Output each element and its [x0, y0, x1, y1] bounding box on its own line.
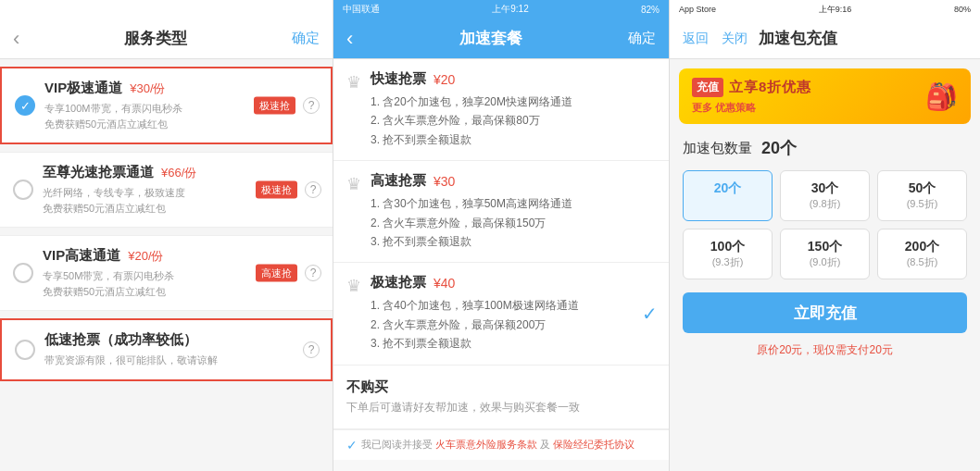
pkg-btn-4[interactable]: 150个 (9.0折): [780, 229, 870, 279]
no-buy-desc: 下单后可邀请好友帮加速，效果与购买套餐一致: [346, 400, 656, 415]
ticket-price-ultra: ¥40: [433, 276, 455, 291]
service-name-vip-high: VIP高速通道 ¥20/份: [43, 247, 320, 265]
pkg-btn-3[interactable]: 100个 (9.3折): [683, 229, 773, 279]
service-item-vip-fast[interactable]: VIP极速通道 ¥30/份 专享100M带宽，有票闪电秒杀 免费获赠50元酒店立…: [0, 67, 333, 144]
help-icon-vip-fast[interactable]: ?: [303, 97, 320, 114]
ticket-info-ultra: 极速抢票 ¥40 1. 含40个加速包，独享100M极速网络通道 2. 含火车票…: [371, 274, 656, 353]
ticket-name-high: 高速抢票 ¥30: [371, 172, 656, 190]
header-panel2: ‹ 加速套餐 确定: [333, 19, 669, 59]
appstore-label: App Store: [679, 5, 716, 14]
agreement-bar: ✓ 我已阅读并接受 火车票意外险服务条款 及 保险经纪委托协议: [333, 429, 669, 460]
pkg-btn-0[interactable]: 20个: [683, 170, 773, 221]
ticket-name-fast: 快速抢票 ¥20: [371, 70, 656, 88]
pkg-discount-4: (9.0折): [785, 255, 865, 269]
ticket-desc-fast: 1. 含20个加速包，独享20M快速网络通道 2. 含火车票意外险，最高保额80…: [371, 93, 656, 149]
ticket-list: ♛ 快速抢票 ¥20 1. 含20个加速包，独享20M快速网络通道 2. 含火车…: [333, 59, 669, 471]
service-price-vip-fast: ¥30/份: [130, 81, 165, 97]
tag-vip-high: 高速抢: [256, 265, 297, 282]
confirm-button-p2[interactable]: 确定: [628, 30, 656, 47]
pkg-discount-2: (9.5折): [882, 197, 962, 211]
pkg-btn-5[interactable]: 200个 (8.5折): [877, 229, 967, 279]
promo-sub-text: 更多 优惠策略: [692, 101, 811, 115]
time-p3: 上午9:16: [819, 4, 852, 16]
pkg-main-5: 200个: [882, 239, 962, 255]
service-desc-low-speed: 带宽资源有限，很可能排队，敬请谅解: [44, 353, 318, 368]
page-title-p1: 服务类型: [124, 28, 187, 49]
status-bar-panel2: 中国联通 上午9:12 82%: [333, 0, 669, 19]
panel-service-type: ‹ 服务类型 确定 VIP极速通道 ¥30/份 专享100M带宽，有票闪电秒杀 …: [0, 0, 333, 471]
close-button-p3[interactable]: 关闭: [722, 31, 748, 47]
agreement-check-icon: ✓: [346, 438, 358, 452]
tag-vip-fast: 极速抢: [254, 97, 295, 115]
nav-panel3: 返回 关闭: [683, 31, 748, 47]
battery-p2: 82%: [641, 5, 660, 15]
ticket-info-fast: 快速抢票 ¥20 1. 含20个加速包，独享20M快速网络通道 2. 含火车票意…: [371, 70, 656, 149]
promo-banner[interactable]: 充值 立享8折优惠 更多 优惠策略 🎒: [679, 68, 971, 124]
qty-row: 加速包数量 20个: [670, 130, 980, 167]
page-title-p2: 加速套餐: [459, 28, 522, 49]
pkg-main-2: 50个: [882, 180, 962, 197]
pkg-discount-1: (9.8折): [785, 197, 865, 211]
radio-vip-high[interactable]: [13, 263, 33, 283]
back-button-p1[interactable]: ‹: [13, 27, 19, 51]
no-buy-title: 不购买: [346, 378, 656, 396]
pkg-main-0: 20个: [687, 180, 768, 197]
agreement-link2[interactable]: 保险经纪委托协议: [553, 439, 634, 450]
qty-label: 加速包数量: [683, 140, 752, 157]
pkg-discount-3: (9.3折): [687, 255, 768, 269]
ticket-item-fast[interactable]: ♛ 快速抢票 ¥20 1. 含20个加速包，独享20M快速网络通道 2. 含火车…: [333, 59, 669, 161]
ticket-price-high: ¥30: [433, 174, 455, 189]
agreement-text: 我已阅读并接受 火车票意外险服务条款 及 保险经纪委托协议: [361, 438, 634, 452]
pkg-btn-1[interactable]: 30个 (9.8折): [780, 170, 870, 221]
pkg-main-3: 100个: [687, 239, 768, 255]
help-icon-super-fast[interactable]: ?: [305, 181, 321, 198]
service-item-vip-high[interactable]: VIP高速通道 ¥20/份 专享50M带宽，有票闪电秒杀 免费获赠50元酒店立减…: [0, 235, 333, 311]
ticket-name-ultra: 极速抢票 ¥40: [371, 274, 656, 291]
help-icon-vip-high[interactable]: ?: [305, 265, 321, 281]
crown-icon-high: ♛: [346, 174, 361, 194]
tag-super-fast: 极速抢: [256, 181, 297, 199]
promo-charge-label: 充值: [692, 78, 723, 97]
service-price-super-fast: ¥66/份: [161, 165, 196, 181]
service-item-low-speed[interactable]: 低速抢票（成功率较低） 带宽资源有限，很可能排队，敬请谅解 ?: [0, 318, 333, 381]
header-panel1: ‹ 服务类型 确定: [0, 19, 333, 59]
battery-p3: 80%: [954, 5, 971, 14]
package-grid: 20个 30个 (9.8折) 50个 (9.5折) 100个 (9.3折) 15…: [670, 167, 980, 287]
service-item-super-fast[interactable]: 至尊光速抢票通道 ¥66/份 光纤网络，专线专享，极致速度 免费获赠50元酒店立…: [0, 152, 333, 228]
panel-speed-package: 中国联通 上午9:12 82% ‹ 加速套餐 确定 ♛ 快速抢票 ¥20 1. …: [333, 0, 670, 471]
ticket-item-ultra[interactable]: ♛ 极速抢票 ¥40 1. 含40个加速包，独享100M极速网络通道 2. 含火…: [333, 263, 669, 365]
confirm-button-p1[interactable]: 确定: [292, 30, 320, 47]
promo-main-text: 立享8折优惠: [729, 79, 811, 96]
pkg-main-4: 150个: [785, 239, 865, 255]
back-button-p3[interactable]: 返回: [683, 31, 709, 47]
service-price-vip-high: ¥20/份: [128, 248, 163, 265]
crown-icon-fast: ♛: [346, 72, 361, 93]
help-icon-low-speed[interactable]: ?: [303, 341, 320, 358]
radio-low-speed[interactable]: [15, 340, 35, 360]
carrier-p2: 中国联通: [343, 3, 380, 16]
back-button-p2[interactable]: ‹: [346, 27, 353, 51]
promo-left: 充值 立享8折优惠 更多 优惠策略: [692, 78, 811, 115]
radio-vip-fast[interactable]: [15, 95, 35, 116]
page-title-p3: 加速包充值: [759, 28, 837, 49]
service-list: VIP极速通道 ¥30/份 专享100M带宽，有票闪电秒杀 免费获赠50元酒店立…: [0, 59, 333, 471]
header-panel3: 返回 关闭 加速包充值: [670, 19, 980, 59]
pkg-main-1: 30个: [785, 180, 865, 197]
radio-super-fast[interactable]: [13, 180, 33, 200]
ticket-item-high[interactable]: ♛ 高速抢票 ¥30 1. 含30个加速包，独享50M高速网络通道 2. 含火车…: [333, 161, 669, 263]
pkg-btn-2[interactable]: 50个 (9.5折): [877, 170, 967, 221]
time-p2: 上午9:12: [492, 3, 528, 16]
ticket-price-fast: ¥20: [433, 72, 455, 87]
service-name-low-speed: 低速抢票（成功率较低）: [44, 331, 318, 349]
price-note: 原价20元，现仅需支付20元: [670, 339, 980, 358]
panel-recharge: App Store 上午9:16 80% 返回 关闭 加速包充值 充值 立享8折…: [670, 0, 980, 471]
no-buy-item[interactable]: 不购买 下单后可邀请好友帮加速，效果与购买套餐一致: [333, 366, 669, 429]
ticket-desc-ultra: 1. 含40个加速包，独享100M极速网络通道 2. 含火车票意外险，最高保额2…: [371, 296, 656, 353]
qty-value: 20个: [761, 137, 797, 159]
charge-button[interactable]: 立即充值: [683, 292, 967, 333]
agreement-link1[interactable]: 火车票意外险服务条款: [435, 439, 537, 450]
service-info-low-speed: 低速抢票（成功率较低） 带宽资源有限，很可能排队，敬请谅解: [44, 331, 318, 368]
crown-icon-ultra: ♛: [346, 276, 361, 296]
ticket-info-high: 高速抢票 ¥30 1. 含30个加速包，独享50M高速网络通道 2. 含火车票意…: [371, 172, 656, 251]
ticket-desc-high: 1. 含30个加速包，独享50M高速网络通道 2. 含火车票意外险，最高保额15…: [371, 194, 656, 251]
